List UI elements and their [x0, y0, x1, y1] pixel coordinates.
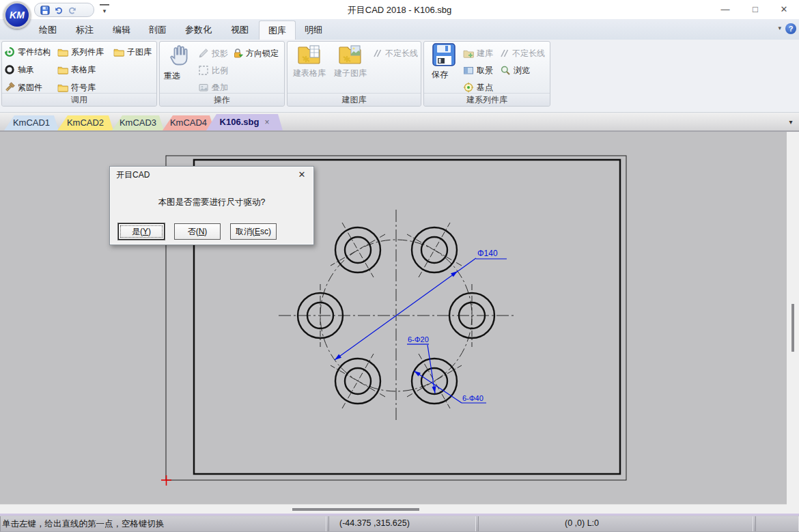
button-fastener-label: 紧固件 — [18, 82, 42, 94]
doc-tab-k106-active[interactable]: K106.sbg× — [206, 114, 283, 130]
minimize-button[interactable]: — — [712, 0, 739, 19]
floppy-disk-icon — [432, 42, 456, 67]
status-hint-text: 单击左键，给出直线的第一点，空格键切换 — [2, 518, 165, 530]
ribbon-tab-dimension[interactable]: 标注 — [67, 20, 102, 40]
dim-6phi40-text: 6-Φ40 — [462, 394, 483, 402]
folder-picture-icon — [338, 42, 363, 66]
doc-tab-kmcad2-label: KmCAD2 — [67, 117, 104, 128]
application-window: KM ▾ 开目CAD 2018 - K106.sbg — □ ✕ 绘图 标注 编… — [0, 0, 799, 532]
button-bearing[interactable]: 轴承 — [4, 63, 34, 76]
folder-icon — [57, 47, 68, 57]
redo-icon[interactable] — [68, 5, 77, 15]
doc-tab-kmcad3[interactable]: KmCAD3 — [112, 115, 164, 130]
lock-icon — [232, 48, 243, 59]
button-direction-lock[interactable]: 方向锁定 — [232, 46, 279, 60]
doc-tab-kmcad2[interactable]: KmCAD2 — [57, 115, 113, 130]
dim-phi140-text: Φ140 — [477, 249, 498, 258]
customize-quick-access-icon[interactable]: ▾ — [100, 4, 109, 15]
ribbon-tab-parametric[interactable]: 参数化 — [176, 20, 221, 40]
ribbon-options-dropdown-icon[interactable]: ▾ — [778, 25, 781, 31]
no-label-post: ) — [204, 227, 207, 236]
ribbon-tab-row: 绘图 标注 编辑 剖面 参数化 视图 图库 明细 ▾ ? — [0, 19, 799, 40]
ribbon-tab-edit[interactable]: 编辑 — [104, 20, 139, 40]
quick-access-toolbar — [34, 3, 94, 17]
status-cursor-coords: (-44.375 ,315.625) — [339, 518, 410, 528]
button-browse[interactable]: 浏览 — [500, 64, 530, 77]
help-icon[interactable]: ? — [785, 23, 796, 34]
button-build-database-label: 建库 — [477, 48, 493, 59]
folder-table-icon — [297, 42, 322, 66]
button-build-sub-library-label: 建子图库 — [331, 68, 370, 79]
dialog-cancel-button[interactable]: 取消(Esc) — [230, 223, 277, 240]
bearing-ring-icon — [4, 64, 15, 75]
pencil-icon — [198, 48, 209, 59]
dialog-message: 本图是否需要进行尺寸驱动? — [110, 197, 313, 208]
button-table-library-label: 表格库 — [71, 64, 96, 76]
dialog-close-icon[interactable]: ✕ — [296, 169, 308, 181]
button-symbol-library[interactable]: 符号库 — [57, 81, 96, 94]
ribbon-tab-library-active[interactable]: 图库 — [259, 20, 296, 40]
button-save-library[interactable]: 保存 — [429, 42, 459, 81]
ribbon-group-build-series-label: 建系列件库 — [424, 93, 550, 106]
maximize-button[interactable]: □ — [742, 0, 769, 19]
vertical-scrollbar[interactable] — [787, 132, 799, 514]
status-origin-info: (0 ,0) L:0 — [565, 518, 599, 528]
button-sub-drawing-library[interactable]: 子图库 — [113, 45, 152, 59]
ribbon-group-build-library-label: 建图库 — [288, 93, 421, 106]
doc-tab-close-icon[interactable]: × — [264, 117, 269, 127]
save-icon[interactable] — [40, 5, 50, 15]
button-indefinite-line-1[interactable]: 不定长线 — [372, 46, 418, 60]
button-projection[interactable]: 投影 — [198, 46, 228, 60]
ribbon-tab-draw[interactable]: 绘图 — [30, 20, 66, 40]
button-fastener[interactable]: 紧固件 — [4, 81, 42, 94]
button-table-library[interactable]: 表格库 — [57, 63, 96, 76]
ribbon-tab-section[interactable]: 剖面 — [140, 20, 176, 40]
title-bar: KM ▾ 开目CAD 2018 - K106.sbg — □ ✕ — [0, 0, 799, 19]
part-structure-icon — [4, 46, 15, 57]
button-symbol-library-label: 符号库 — [71, 82, 96, 94]
doc-tab-kmcad1[interactable]: KmCAD1 — [4, 115, 59, 130]
button-sub-drawing-library-label: 子图库 — [127, 46, 152, 58]
status-bar: 单击左键，给出直线的第一点，空格键切换 (-44.375 ,315.625) (… — [0, 516, 799, 532]
bolt-icon — [4, 82, 15, 93]
ribbon-tab-view[interactable]: 视图 — [222, 20, 257, 40]
app-logo-text: KM — [10, 10, 25, 20]
hand-icon — [168, 42, 193, 68]
vertical-scrollbar-thumb[interactable] — [791, 304, 794, 352]
horizontal-scrollbar[interactable] — [0, 504, 787, 514]
magnifier-icon — [500, 65, 511, 76]
ribbon-group-invoke-label: 调用 — [2, 93, 156, 106]
button-base-point[interactable]: 基点 — [463, 81, 493, 94]
tab-overflow-dropdown-icon[interactable]: ▾ — [785, 117, 796, 128]
button-build-sub-library[interactable]: 建子图库 — [331, 42, 370, 79]
app-logo[interactable]: KM — [3, 1, 31, 29]
button-capture-view-label: 取景 — [477, 65, 493, 76]
yes-label-pre: 是( — [132, 227, 143, 236]
image-overlay-icon — [198, 82, 209, 93]
button-overlay[interactable]: 叠加 — [198, 81, 228, 94]
folder-icon — [113, 47, 124, 57]
ribbon-tab-detail[interactable]: 明细 — [296, 20, 331, 40]
button-indefinite-line-2[interactable]: 不定长线 — [499, 46, 545, 60]
undo-icon[interactable] — [54, 5, 64, 15]
doc-tab-kmcad4-label: KmCAD4 — [170, 117, 207, 128]
button-save-library-label: 保存 — [429, 69, 459, 81]
button-capture-view[interactable]: 取景 — [463, 64, 493, 77]
cancel-label-key: E — [255, 227, 260, 236]
button-build-database[interactable]: 建库 — [463, 46, 493, 60]
dialog-yes-button[interactable]: 是(Y) — [118, 223, 165, 240]
button-reselect[interactable]: 重选 — [163, 42, 198, 82]
button-series-library[interactable]: 系列件库 — [57, 45, 104, 59]
folder-icon — [57, 83, 68, 92]
button-part-structure[interactable]: 零件结构 — [4, 45, 51, 59]
button-build-table-library[interactable]: 建表格库 — [290, 42, 329, 79]
button-bearing-label: 轴承 — [18, 64, 34, 76]
button-overlay-label: 叠加 — [212, 82, 228, 94]
dialog-no-button[interactable]: 否(N) — [174, 223, 221, 240]
doc-tab-kmcad4[interactable]: KmCAD4 — [163, 115, 214, 130]
button-base-point-label: 基点 — [477, 82, 493, 94]
horizontal-scrollbar-thumb[interactable] — [292, 508, 419, 511]
close-button[interactable]: ✕ — [770, 0, 798, 19]
dashed-rect-icon — [198, 65, 209, 76]
button-scale[interactable]: 比例 — [198, 64, 228, 77]
